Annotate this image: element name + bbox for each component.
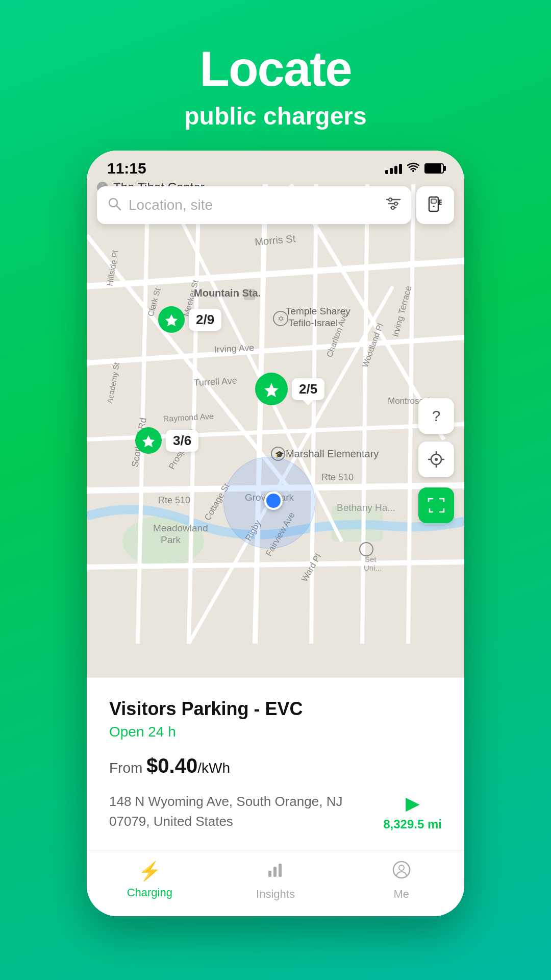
svg-rect-40 — [244, 289, 255, 300]
nav-insights[interactable]: Insights — [213, 861, 339, 901]
nav-charging[interactable]: ⚡ Charging — [87, 861, 213, 901]
me-label: Me — [393, 888, 409, 901]
svg-marker-72 — [142, 435, 155, 447]
pin-1-icon — [158, 306, 185, 333]
pin-2-label: 2/5 — [292, 378, 324, 400]
battery-icon — [424, 163, 444, 174]
svg-text:Marshall Elementary: Marshall Elementary — [286, 448, 379, 459]
pin-3-label: 3/6 — [166, 430, 198, 452]
insights-label: Insights — [256, 888, 295, 901]
svg-rect-81 — [279, 864, 282, 877]
map-pin-1[interactable]: 2/9 — [158, 306, 221, 333]
locate-me-button[interactable] — [418, 442, 454, 477]
navigation-arrow-icon: ▶ — [406, 793, 420, 814]
search-bar-area: Location, site — [97, 186, 454, 224]
map-area: Morris St Irving Ave Turrell Ave Raymond… — [87, 151, 464, 677]
hero-title: Locate — [184, 41, 366, 97]
insights-icon — [266, 861, 285, 884]
status-bar: 11:15 — [87, 151, 464, 181]
hero-subtitle: public chargers — [184, 102, 366, 130]
pin-3-icon — [135, 427, 162, 454]
svg-marker-71 — [264, 383, 279, 397]
price-amount: $0.40 — [146, 754, 197, 777]
search-placeholder: Location, site — [129, 197, 379, 213]
hero-section: Locate public chargers — [184, 0, 366, 151]
svg-point-83 — [399, 865, 404, 870]
help-button[interactable]: ? — [418, 398, 454, 434]
station-card: Visitors Parking - EVC Open 24 h From $0… — [87, 677, 464, 850]
map-pin-2[interactable]: 2/5 — [255, 373, 324, 405]
svg-point-74 — [435, 458, 438, 461]
svg-rect-64 — [431, 199, 436, 203]
status-icons — [385, 162, 444, 175]
svg-text:Temple Sharey: Temple Sharey — [286, 306, 350, 316]
svg-text:Uni...: Uni... — [364, 564, 382, 572]
address-line1: 148 N Wyoming Ave, South Orange, NJ — [109, 792, 342, 812]
filter-icon[interactable] — [386, 197, 401, 214]
station-name: Visitors Parking - EVC — [109, 698, 442, 720]
svg-text:Set: Set — [365, 555, 377, 564]
svg-text:Park: Park — [161, 534, 181, 545]
user-location-dot — [264, 492, 283, 510]
svg-text:Rte 510: Rte 510 — [158, 495, 190, 505]
svg-text:✡: ✡ — [278, 314, 284, 323]
svg-text:Tefilo-Israel: Tefilo-Israel — [288, 317, 338, 328]
price-unit: /kWh — [197, 760, 230, 776]
address-line2: 07079, United States — [109, 812, 342, 831]
distance-text: 8,329.5 mi — [383, 817, 442, 831]
pin-1-label: 2/9 — [189, 309, 221, 331]
ev-station-button[interactable] — [416, 186, 454, 224]
pin-2-icon — [255, 373, 288, 405]
charging-label: Charging — [127, 886, 172, 899]
station-address-row: 148 N Wyoming Ave, South Orange, NJ 0707… — [109, 792, 442, 831]
svg-text:Rte 510: Rte 510 — [321, 472, 354, 482]
svg-marker-70 — [165, 314, 178, 326]
svg-text:Bethany Ha...: Bethany Ha... — [337, 502, 395, 513]
map-background: Morris St Irving Ave Turrell Ave Raymond… — [87, 151, 464, 677]
charging-icon: ⚡ — [138, 861, 161, 882]
svg-point-61 — [394, 202, 397, 205]
map-svg: Morris St Irving Ave Turrell Ave Raymond… — [87, 151, 464, 677]
svg-text:Irving Ave: Irving Ave — [214, 342, 255, 355]
svg-line-56 — [116, 206, 120, 210]
me-icon — [392, 861, 411, 884]
station-distance[interactable]: ▶ 8,329.5 mi — [383, 793, 442, 831]
wifi-icon — [407, 162, 419, 175]
search-input-container[interactable]: Location, site — [97, 186, 411, 224]
svg-point-60 — [389, 198, 392, 201]
scan-button[interactable] — [418, 487, 454, 523]
nav-me[interactable]: Me — [338, 861, 464, 901]
svg-point-54 — [412, 170, 414, 172]
station-address: 148 N Wyoming Ave, South Orange, NJ 0707… — [109, 792, 342, 831]
signal-icon — [385, 163, 402, 174]
svg-rect-80 — [273, 867, 277, 877]
station-hours: Open 24 h — [109, 724, 442, 740]
map-pin-3[interactable]: 3/6 — [135, 427, 198, 454]
svg-text:Meadowland: Meadowland — [153, 523, 208, 533]
bottom-nav: ⚡ Charging Insights Me — [87, 850, 464, 916]
svg-point-62 — [391, 206, 394, 209]
price-prefix: From — [109, 760, 146, 776]
station-price: From $0.40/kWh — [109, 754, 442, 777]
svg-rect-79 — [268, 871, 271, 877]
search-icon — [107, 197, 121, 214]
status-time: 11:15 — [107, 160, 146, 177]
phone-frame: Morris St Irving Ave Turrell Ave Raymond… — [87, 151, 464, 916]
